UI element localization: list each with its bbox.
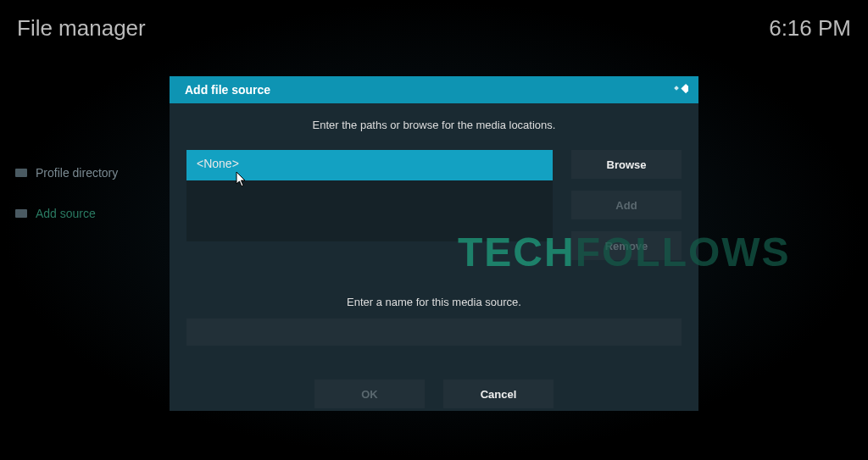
cancel-button[interactable]: Cancel	[443, 380, 554, 408]
clock: 6:16 PM	[769, 15, 851, 42]
remove-button[interactable]: Remove	[571, 231, 682, 260]
page-title: File manager	[17, 15, 146, 42]
sidebar-item-add-source[interactable]: Add source	[15, 202, 151, 225]
ok-button[interactable]: OK	[314, 380, 425, 408]
instruction-name: Enter a name for this media source.	[186, 296, 682, 308]
side-buttons: Browse Add Remove	[571, 150, 682, 260]
browse-button[interactable]: Browse	[571, 150, 682, 179]
instruction-paths: Enter the paths or browse for the media …	[186, 119, 682, 131]
add-file-source-dialog: Add file source Enter the paths or brows…	[170, 76, 698, 411]
dialog-body: Enter the paths or browse for the media …	[170, 103, 698, 408]
paths-list[interactable]: <None>	[186, 150, 553, 241]
sidebar-item-label: Profile directory	[36, 166, 118, 180]
add-button[interactable]: Add	[571, 191, 682, 219]
kodi-logo-icon	[671, 81, 688, 98]
sidebar-item-profile-directory[interactable]: Profile directory	[15, 161, 151, 185]
sidebar: Profile directory Add source	[15, 161, 151, 242]
cursor-icon	[236, 171, 249, 191]
svg-rect-0	[681, 84, 688, 93]
folder-icon	[15, 169, 27, 177]
path-entry[interactable]: <None>	[186, 150, 553, 180]
dialog-header: Add file source	[170, 76, 698, 103]
source-name-input[interactable]	[186, 319, 682, 346]
path-entry-text: <None>	[197, 157, 239, 170]
sidebar-item-label: Add source	[36, 207, 96, 220]
dialog-title: Add file source	[185, 83, 270, 97]
dialog-footer: OK Cancel	[186, 380, 682, 408]
folder-icon	[15, 209, 27, 218]
paths-row: <None> Browse Add Remove	[186, 150, 682, 260]
topbar: File manager 6:16 PM	[17, 15, 851, 42]
svg-rect-1	[674, 86, 679, 91]
